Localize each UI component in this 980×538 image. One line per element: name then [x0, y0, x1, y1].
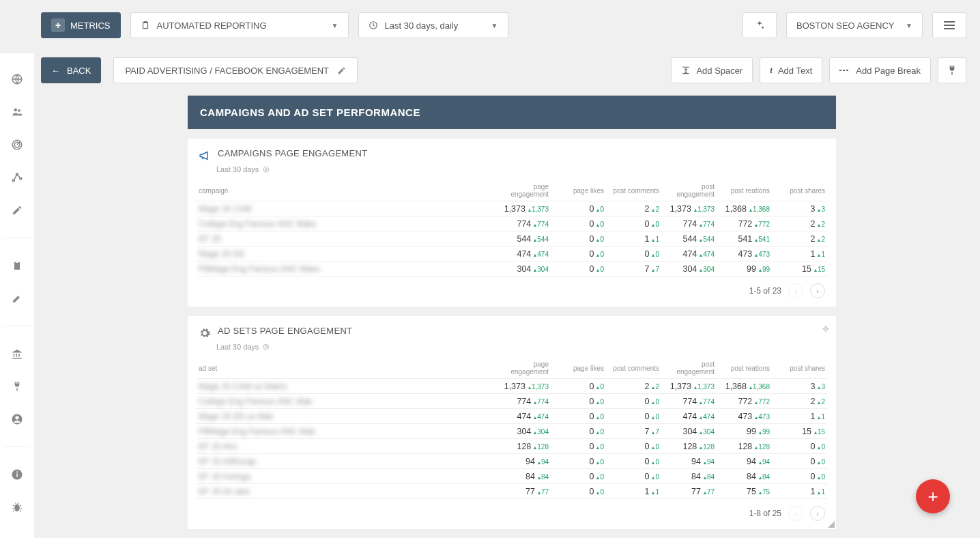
- column-header: post shares: [773, 180, 828, 201]
- table-row[interactable]: EF JS Alro128128000012812812812800: [196, 439, 828, 454]
- widget-campaigns-title: CAMPAIGNS PAGE ENGAGEMENT: [218, 148, 367, 158]
- chevron-down-icon: ▼: [906, 22, 912, 29]
- nav-people-icon[interactable]: [10, 105, 24, 119]
- metric-cell: 9999: [717, 424, 773, 439]
- metric-cell: 774774: [662, 216, 717, 231]
- nav-bug-icon[interactable]: [10, 500, 24, 514]
- add-text-button[interactable]: t Add Text: [760, 57, 822, 83]
- add-text-label: Add Text: [778, 66, 812, 76]
- back-button[interactable]: ← BACK: [41, 57, 101, 83]
- column-header: page engagement: [496, 358, 551, 379]
- adsets-next-page[interactable]: ›: [810, 506, 825, 521]
- table-row[interactable]: EF JS AltRosap949400009494949400: [196, 454, 828, 469]
- plus-icon: +: [927, 486, 938, 507]
- metric-cell: 00: [607, 216, 662, 231]
- chevron-down-icon: ▼: [491, 22, 498, 29]
- table-row[interactable]: FBMage Eng Famous ANC Mako30430400773043…: [196, 261, 828, 277]
- table-row[interactable]: EF JS Avenga848400008484848400: [196, 469, 828, 484]
- svg-point-23: [16, 471, 18, 472]
- nav-globe-icon[interactable]: [10, 72, 24, 86]
- table-row[interactable]: College Eng Famous ANC Mako7747740000774…: [196, 216, 828, 231]
- campaigns-next-page[interactable]: ›: [810, 283, 825, 298]
- nav-account-icon[interactable]: [10, 412, 24, 426]
- row-name: EF JS AltRosap: [196, 454, 496, 469]
- table-row[interactable]: Mage JS DS474474000047447447347311: [196, 246, 828, 261]
- agency-dropdown[interactable]: BOSTON SEO AGENCY ▼: [786, 12, 923, 38]
- page-break-icon: [839, 67, 850, 74]
- metric-cell: 541541: [717, 231, 773, 246]
- metric-cell: 00: [773, 454, 828, 469]
- chevron-down-icon: ▼: [332, 22, 338, 29]
- metrics-button[interactable]: + METRICS: [41, 12, 121, 38]
- campaigns-table: campaignpage engagementpage likespost co…: [196, 180, 828, 277]
- metric-cell: 9494: [717, 454, 773, 469]
- metric-cell: 00: [607, 439, 662, 454]
- nav-info-icon[interactable]: [10, 468, 24, 481]
- column-header: campaign: [196, 180, 496, 201]
- nav-bank-icon[interactable]: [10, 347, 24, 360]
- metric-cell: 1515: [773, 261, 828, 277]
- fab-add-button[interactable]: +: [916, 479, 950, 513]
- column-header: page likes: [551, 180, 607, 201]
- row-name: College Eng Famous ANC Mak: [196, 394, 496, 409]
- column-header: ad set: [196, 358, 496, 379]
- pencil-icon[interactable]: [337, 66, 346, 75]
- svg-rect-4: [944, 25, 955, 26]
- nav-pencil-icon[interactable]: [10, 292, 24, 305]
- add-page-break-button[interactable]: Add Page Break: [829, 57, 931, 83]
- table-row[interactable]: FBMage Eng Famous ANC Mak304304007730430…: [196, 424, 828, 439]
- metric-cell: 22: [607, 201, 662, 216]
- metric-cell: 9494: [496, 454, 551, 469]
- metric-cell: 00: [607, 246, 662, 261]
- metric-cell: 00: [551, 469, 607, 484]
- table-row[interactable]: Mage JS DS us Mak47447400004744744734731…: [196, 409, 828, 424]
- metric-cell: 00: [551, 439, 607, 454]
- metric-cell: 9999: [717, 261, 773, 277]
- nav-plug-icon[interactable]: [10, 380, 24, 393]
- metric-cell: 33: [773, 201, 828, 216]
- add-spacer-button[interactable]: Add Spacer: [671, 57, 753, 83]
- adsets-table: ad setpage engagementpage likespost comm…: [196, 358, 828, 499]
- section-header: CAMPAIGNS AND AD SET PERFORMANCE: [188, 96, 836, 129]
- hamburger-icon: [944, 21, 955, 29]
- back-label: BACK: [67, 66, 91, 76]
- appearance-toggle-button[interactable]: [743, 12, 777, 38]
- metric-cell: 304304: [662, 424, 717, 439]
- column-header: page engagement: [496, 180, 551, 201]
- integrations-button[interactable]: [938, 57, 966, 83]
- metrics-label: METRICS: [70, 20, 111, 31]
- table-row[interactable]: Mage JS CAM1,3731,37300221,3731,3731,368…: [196, 201, 828, 216]
- metric-cell: 7777: [662, 484, 717, 499]
- nav-edit-icon[interactable]: [10, 203, 24, 217]
- metric-cell: 22: [607, 379, 662, 394]
- metric-cell: 00: [607, 394, 662, 409]
- metric-cell: 772772: [717, 216, 773, 231]
- table-row[interactable]: EF JS544544001154454454154122: [196, 231, 828, 246]
- table-row[interactable]: College Eng Famous ANC Mak77477400007747…: [196, 394, 828, 409]
- campaigns-prev-page: ‹: [788, 283, 803, 298]
- table-row[interactable]: Mage JS CAM us Makro1,3731,37300221,3731…: [196, 379, 828, 394]
- column-header: post engagement: [662, 180, 717, 201]
- main-menu-button[interactable]: [932, 12, 966, 38]
- metric-cell: 474474: [496, 246, 551, 261]
- metric-cell: 11: [773, 246, 828, 261]
- clipboard-icon: [141, 20, 150, 30]
- metric-cell: 22: [773, 231, 828, 246]
- row-name: FBMage Eng Famous ANC Mako: [196, 261, 496, 277]
- column-header: page likes: [551, 358, 607, 379]
- table-row[interactable]: EF JS Alr alex777700117777757511: [196, 484, 828, 499]
- nav-network-icon[interactable]: [10, 171, 24, 184]
- move-icon[interactable]: ✥: [822, 324, 829, 334]
- row-name: Mage JS CAM: [196, 201, 496, 216]
- agency-label: BOSTON SEO AGENCY: [796, 20, 895, 31]
- column-header: post reations: [717, 180, 773, 201]
- report-dropdown[interactable]: AUTOMATED REPORTING ▼: [130, 12, 349, 38]
- nav-radar-icon[interactable]: [10, 138, 24, 152]
- nav-clipboard-icon[interactable]: [10, 259, 24, 272]
- metric-cell: 474474: [662, 409, 717, 424]
- metric-cell: 11: [773, 409, 828, 424]
- svg-rect-5: [944, 28, 955, 29]
- date-range-dropdown[interactable]: Last 30 days, daily ▼: [358, 12, 508, 38]
- resize-handle[interactable]: [828, 521, 835, 528]
- row-name: EF JS: [196, 231, 496, 246]
